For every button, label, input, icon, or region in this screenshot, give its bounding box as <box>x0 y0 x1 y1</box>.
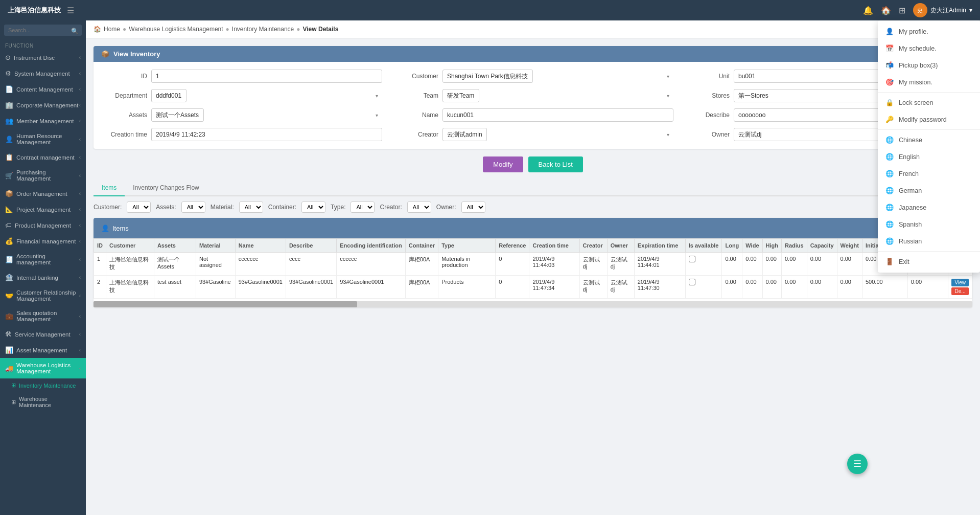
container-filter-select[interactable]: All <box>301 201 325 213</box>
creator-select[interactable]: 云测试admin <box>442 128 487 141</box>
dropdown-item-japanese[interactable]: 🌐 Japanese <box>878 199 980 216</box>
sidebar-item-accounting-management[interactable]: 🧾 Accounting management ‹ <box>0 249 86 270</box>
name-input[interactable] <box>442 108 673 122</box>
cell-type: Materials in production <box>438 253 496 276</box>
back-to-list-button[interactable]: Back to List <box>528 156 583 172</box>
owner-filter-select[interactable]: All <box>461 201 485 213</box>
sidebar-icon-content-management: 📄 <box>5 85 13 93</box>
sidebar-item-contract-management[interactable]: 📋 Contract management ‹ <box>0 149 86 165</box>
sidebar: 🔍 FUNCTION ⊙ Instrument Disc ‹ ⚙ System … <box>0 20 86 515</box>
breadcrumb-warehouse[interactable]: Warehouse Logistics Management <box>129 26 223 33</box>
cell-radius: 0.00 <box>781 276 807 299</box>
breadcrumb-inventory[interactable]: Inventory Maintenance <box>232 26 294 33</box>
home-breadcrumb-icon: 🏠 <box>94 26 101 33</box>
sidebar-item-member-management[interactable]: 👥 Member Management ‹ <box>0 113 86 129</box>
sidebar-icon-order-management: 📦 <box>5 190 13 197</box>
sidebar-item-system-management[interactable]: ⚙ System Management ‹ <box>0 65 86 81</box>
table-scroll-container[interactable]: ID Customer Assets Material Name Describ… <box>94 238 972 299</box>
material-filter-select[interactable]: All <box>239 201 263 213</box>
chevron-icon: ‹ <box>79 314 81 319</box>
col-owner: Owner <box>607 239 634 253</box>
sidebar-item-human-resource[interactable]: 👤 Human Resource Management ‹ <box>0 129 86 149</box>
dropdown-label-my-profile: My profile. <box>899 28 928 35</box>
col-creation-time: Creation time <box>529 239 579 253</box>
assets-filter-select[interactable]: All <box>181 201 205 213</box>
dropdown-label-lock-screen: Lock screen <box>899 99 933 106</box>
id-input[interactable] <box>151 70 382 83</box>
dropdown-item-german[interactable]: 🌐 German <box>878 182 980 199</box>
cell-assets: 测试一个Assets <box>154 253 196 276</box>
tab-inventory-changes-flow[interactable]: Inventory Changes Flow <box>125 180 207 196</box>
chevron-icon: ‹ <box>79 366 81 371</box>
bell-icon[interactable]: 🔔 <box>863 6 873 15</box>
dropdown-item-exit[interactable]: 🚪 Exit <box>878 253 980 270</box>
cell-capacity: 0.00 <box>807 276 837 299</box>
name-label: Name <box>392 111 438 119</box>
customer-filter-select[interactable]: All <box>127 201 151 213</box>
grid-icon[interactable]: ⊞ <box>899 6 905 15</box>
home-icon[interactable]: 🏠 <box>881 6 891 15</box>
breadcrumb-home[interactable]: Home <box>104 26 120 33</box>
topbar: 上海邑泊信息科技 ☰ 🔔 🏠 ⊞ 史 史大江Admin ▾ <box>0 0 980 20</box>
dropdown-item-english[interactable]: 🌐 English <box>878 148 980 165</box>
creator-filter-select[interactable]: All <box>407 201 431 213</box>
sidebar-item-corporate-management[interactable]: 🏢 Corporate Management ‹ <box>0 97 86 113</box>
col-radius: Radius <box>781 239 807 253</box>
sidebar-item-product-management[interactable]: 🏷 Product Management ‹ <box>0 217 86 233</box>
sidebar-item-warehouse-logistics[interactable]: 🚚 Warehouse Logistics Management ‹ <box>0 358 86 378</box>
sidebar-item-internal-banking[interactable]: 🏦 Internal banking ‹ <box>0 270 86 285</box>
dropdown-item-modify-password[interactable]: 🔑 Modify password <box>878 111 980 128</box>
dropdown-item-spanish[interactable]: 🌐 Spanish <box>878 216 980 233</box>
col-name: Name <box>235 239 286 253</box>
sidebar-item-content-management[interactable]: 📄 Content Management ‹ <box>0 81 86 97</box>
creation-time-input[interactable] <box>151 128 382 141</box>
creator-select-wrapper: 云测试admin <box>442 128 673 141</box>
chevron-icon: ‹ <box>79 191 81 196</box>
is-available-checkbox-0[interactable] <box>689 256 695 262</box>
horizontal-scrollbar[interactable] <box>94 301 972 307</box>
team-select[interactable]: 研发Team <box>442 89 479 102</box>
dropdown-item-lock-screen[interactable]: 🔒 Lock screen <box>878 94 980 111</box>
modify-button[interactable]: Modify <box>483 156 523 172</box>
sidebar-section-label: FUNCTION <box>0 40 86 50</box>
sidebar-icon-service-management: 🛠 <box>5 330 12 338</box>
sidebar-item-purchasing-management[interactable]: 🛒 Purchasing Management ‹ <box>0 165 86 186</box>
view-button-1[interactable]: View <box>951 279 969 286</box>
is-available-checkbox-1[interactable] <box>689 279 695 285</box>
dropdown-icon-chinese: 🌐 <box>885 136 894 144</box>
dropdown-item-my-schedule[interactable]: 📅 My schedule. <box>878 40 980 57</box>
dropdown-item-french[interactable]: 🌐 French <box>878 165 980 182</box>
col-high: High <box>762 239 781 253</box>
customer-select[interactable]: Shanghai Town Park信息科技 <box>442 70 533 83</box>
del-button-1[interactable]: De... <box>951 287 968 295</box>
dropdown-item-russian[interactable]: 🌐 Russian <box>878 233 980 250</box>
sidebar-item-project-management[interactable]: 📐 Project Management ‹ <box>0 201 86 217</box>
dropdown-item-chinese[interactable]: 🌐 Chinese <box>878 131 980 148</box>
sidebar-item-order-management[interactable]: 📦 Order Management ‹ <box>0 186 86 201</box>
dropdown-item-my-mission[interactable]: 🎯 My mission. <box>878 74 980 91</box>
customer-label: Customer <box>392 73 438 80</box>
table-title: Items <box>112 225 129 232</box>
assets-select[interactable]: 测试一个Assets <box>151 108 204 122</box>
scrollbar-thumb[interactable] <box>94 301 357 307</box>
tab-items[interactable]: Items <box>94 180 125 196</box>
dropdown-item-my-profile[interactable]: 👤 My profile. <box>878 23 980 40</box>
sidebar-item-service-management[interactable]: 🛠 Service Management ‹ <box>0 326 86 342</box>
dropdown-label-english: English <box>899 153 920 161</box>
search-input[interactable] <box>4 25 82 36</box>
sidebar-item-sales-quotation[interactable]: 💼 Sales quotation Management ‹ <box>0 306 86 326</box>
sidebar-item-crm[interactable]: 🤝 Customer Relationship Management ‹ <box>0 285 86 306</box>
sidebar-sub-item-warehouse-maintenance[interactable]: ⊞Warehouse Maintenance <box>0 392 86 412</box>
menu-toggle-icon[interactable]: ☰ <box>67 6 74 15</box>
sidebar-sub-item-inventory-maintenance[interactable]: ⊞Inventory Maintenance <box>0 378 86 392</box>
assets-label: Assets <box>101 111 147 119</box>
user-menu-trigger[interactable]: 史 史大江Admin ▾ <box>913 3 972 17</box>
sidebar-item-financial-management[interactable]: 💰 Financial management ‹ <box>0 233 86 249</box>
card-header-icon: 📦 <box>101 50 109 58</box>
fab-button[interactable]: ☰ <box>847 454 868 474</box>
department-select[interactable]: dddfd001 <box>151 89 186 102</box>
sidebar-item-asset-management[interactable]: 📊 Asset Management ‹ <box>0 342 86 358</box>
dropdown-item-pickup-box[interactable]: 📬 Pickup box(3) <box>878 57 980 74</box>
type-filter-select[interactable]: All <box>351 201 375 213</box>
sidebar-item-instrument-disc[interactable]: ⊙ Instrument Disc ‹ <box>0 50 86 65</box>
